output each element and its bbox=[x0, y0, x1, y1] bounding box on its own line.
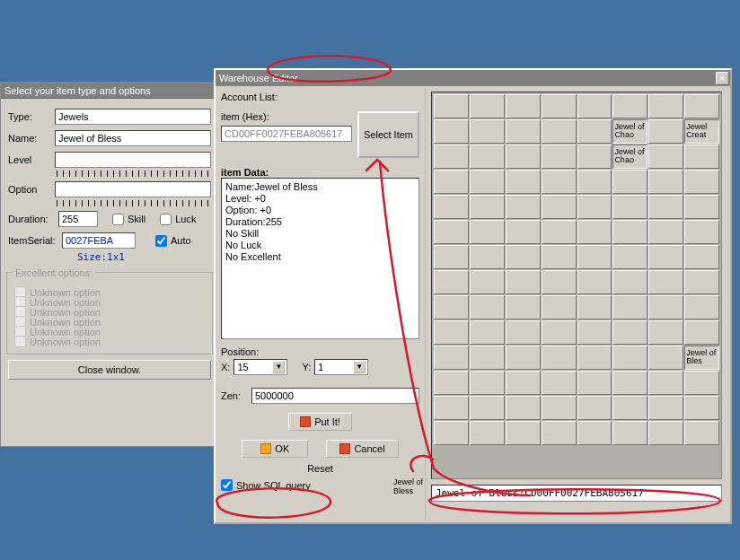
zen-input[interactable] bbox=[251, 388, 419, 404]
grid-cell[interactable] bbox=[470, 144, 505, 169]
grid-cell[interactable] bbox=[542, 396, 577, 420]
size-link[interactable]: Size:1x1 bbox=[77, 251, 218, 267]
grid-cell[interactable] bbox=[542, 320, 577, 345]
grid-cell[interactable] bbox=[577, 396, 612, 420]
grid-cell[interactable] bbox=[648, 119, 683, 144]
grid-cell[interactable] bbox=[684, 371, 719, 395]
chevron-down-icon[interactable]: ▼ bbox=[272, 361, 285, 373]
grid-cell[interactable] bbox=[577, 421, 612, 445]
cancel-button[interactable]: Cancel bbox=[326, 440, 398, 458]
grid-cell[interactable] bbox=[542, 421, 577, 445]
grid-cell[interactable] bbox=[577, 94, 612, 118]
grid-cell[interactable] bbox=[506, 144, 541, 169]
grid-cell[interactable] bbox=[506, 170, 541, 194]
grid-cell[interactable] bbox=[648, 371, 683, 395]
grid-cell[interactable] bbox=[648, 245, 683, 269]
grid-cell[interactable] bbox=[648, 270, 683, 294]
grid-cell[interactable] bbox=[648, 170, 683, 194]
grid-cell[interactable] bbox=[542, 371, 577, 395]
grid-cell[interactable] bbox=[434, 170, 469, 194]
grid-cell[interactable]: Jewel Creat bbox=[684, 119, 719, 144]
grid-cell[interactable] bbox=[542, 295, 577, 319]
grid-cell[interactable] bbox=[506, 346, 541, 370]
grid-cell[interactable] bbox=[470, 371, 505, 395]
grid-cell[interactable] bbox=[506, 94, 541, 118]
grid-cell[interactable] bbox=[542, 94, 577, 118]
grid-cell[interactable] bbox=[506, 195, 541, 219]
select-item-button[interactable]: Select Item bbox=[357, 111, 419, 158]
grid-cell[interactable] bbox=[612, 346, 648, 370]
grid-cell[interactable] bbox=[612, 320, 648, 345]
grid-cell[interactable] bbox=[542, 245, 577, 269]
skill-checkbox[interactable] bbox=[112, 214, 124, 225]
grid-cell[interactable] bbox=[470, 270, 505, 294]
grid-cell[interactable] bbox=[577, 220, 612, 244]
reset-link[interactable]: Reset bbox=[221, 463, 419, 474]
grid-cell[interactable] bbox=[506, 245, 541, 269]
grid-cell[interactable] bbox=[542, 170, 577, 194]
name-input[interactable] bbox=[55, 130, 211, 146]
grid-cell[interactable] bbox=[434, 371, 469, 395]
grid-cell[interactable] bbox=[542, 119, 577, 144]
show-sql-checkbox[interactable] bbox=[221, 479, 233, 491]
grid-cell[interactable] bbox=[506, 295, 541, 319]
grid-cell[interactable] bbox=[542, 220, 577, 244]
close-window-button[interactable]: Close window. bbox=[8, 360, 211, 380]
grid-cell[interactable] bbox=[506, 119, 541, 144]
warehouse-grid[interactable]: Jewel of ChaoJewel CreatJewel of ChaoJew… bbox=[431, 92, 722, 479]
option-slider[interactable] bbox=[55, 181, 211, 197]
grid-cell[interactable] bbox=[684, 320, 719, 345]
grid-cell[interactable] bbox=[577, 119, 612, 144]
grid-cell[interactable] bbox=[684, 170, 719, 194]
grid-cell[interactable] bbox=[612, 371, 648, 395]
type-input[interactable] bbox=[55, 109, 211, 125]
grid-cell[interactable] bbox=[684, 245, 719, 269]
grid-cell[interactable] bbox=[684, 144, 719, 169]
grid-cell[interactable] bbox=[434, 396, 469, 420]
grid-cell[interactable]: Jewel of Bles bbox=[684, 346, 719, 370]
luck-checkbox[interactable] bbox=[160, 214, 172, 225]
grid-cell[interactable] bbox=[648, 320, 683, 345]
grid-cell[interactable] bbox=[470, 421, 505, 445]
grid-cell[interactable] bbox=[684, 220, 719, 244]
grid-cell[interactable] bbox=[434, 220, 469, 244]
grid-cell[interactable] bbox=[506, 320, 541, 345]
grid-cell[interactable] bbox=[577, 170, 612, 194]
grid-cell[interactable] bbox=[506, 270, 541, 294]
grid-cell[interactable] bbox=[684, 195, 719, 219]
grid-cell[interactable] bbox=[648, 94, 683, 118]
grid-cell[interactable] bbox=[684, 295, 719, 319]
grid-cell[interactable] bbox=[648, 396, 683, 420]
grid-cell[interactable] bbox=[470, 119, 505, 144]
grid-cell[interactable]: Jewel of Chao bbox=[612, 144, 648, 169]
grid-cell[interactable] bbox=[434, 119, 469, 144]
grid-cell[interactable] bbox=[470, 170, 505, 194]
grid-cell[interactable] bbox=[470, 396, 505, 420]
grid-cell[interactable] bbox=[612, 396, 648, 420]
auto-checkbox[interactable] bbox=[155, 235, 167, 247]
grid-cell[interactable] bbox=[434, 295, 469, 319]
grid-cell[interactable] bbox=[434, 144, 469, 169]
grid-cell[interactable] bbox=[434, 270, 469, 294]
itemserial-input[interactable] bbox=[62, 232, 136, 249]
grid-cell[interactable] bbox=[684, 270, 719, 294]
grid-cell[interactable] bbox=[684, 94, 719, 118]
grid-cell[interactable] bbox=[470, 94, 505, 118]
put-it-button[interactable]: Put It! bbox=[288, 413, 352, 431]
level-slider[interactable] bbox=[55, 152, 211, 168]
close-icon[interactable]: × bbox=[716, 72, 728, 84]
grid-cell[interactable] bbox=[577, 371, 612, 395]
grid-cell[interactable] bbox=[470, 346, 505, 370]
item-hex-input[interactable] bbox=[221, 126, 352, 142]
grid-cell[interactable] bbox=[470, 245, 505, 269]
grid-cell[interactable] bbox=[577, 195, 612, 219]
grid-cell[interactable] bbox=[506, 396, 541, 420]
grid-cell[interactable] bbox=[542, 270, 577, 294]
grid-cell[interactable] bbox=[470, 195, 505, 219]
grid-cell[interactable] bbox=[612, 270, 648, 294]
grid-cell[interactable] bbox=[648, 295, 683, 319]
grid-cell[interactable] bbox=[577, 295, 612, 319]
duration-input[interactable] bbox=[58, 211, 98, 227]
grid-cell[interactable] bbox=[577, 346, 612, 370]
grid-cell[interactable] bbox=[470, 220, 505, 244]
